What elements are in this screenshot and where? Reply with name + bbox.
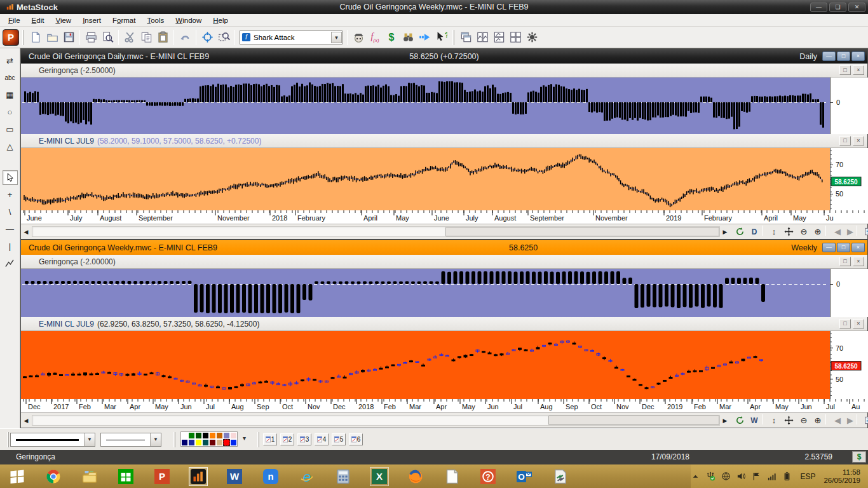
start-button[interactable] [8, 467, 27, 486]
menu-format[interactable]: Format [107, 15, 141, 25]
pointer-tool[interactable] [3, 170, 18, 185]
wifi-signal-icon[interactable] [767, 471, 776, 481]
color-swatch[interactable] [195, 432, 202, 439]
line-style-dropdown-button[interactable]: ▼ [84, 433, 95, 446]
daily-zoom-out-button[interactable]: ⊖ [797, 226, 811, 238]
battery-icon[interactable] [782, 471, 792, 481]
usb-device-icon[interactable] [706, 471, 715, 481]
menu-tools[interactable]: Tools [141, 15, 170, 25]
line-weight-dropdown-button[interactable]: ▼ [150, 433, 161, 446]
daily-window-titlebar[interactable]: Crude Oil Geringonça Daily.mwc - E-MINI … [21, 49, 867, 64]
daily-periodicity-button[interactable]: D [748, 226, 761, 238]
securities-button[interactable]: $ [383, 29, 400, 46]
color-swatch[interactable] [195, 439, 202, 446]
network-icon[interactable] [721, 471, 731, 481]
triangle-tool[interactable]: △ [3, 139, 18, 154]
daily-indicator-pane-header[interactable]: Geringonça (-2.50000) □ × [21, 64, 867, 78]
weekly-scroll-right-button[interactable]: ▶ [720, 414, 730, 426]
daily-indicator-close-button[interactable]: × [853, 65, 864, 75]
color-swatch[interactable] [223, 432, 230, 439]
menu-file[interactable]: File [3, 15, 26, 25]
text-tool[interactable]: abc [3, 71, 18, 85]
weekly-next-button[interactable]: ▶ [843, 414, 857, 426]
print-button[interactable] [83, 29, 99, 46]
menu-edit[interactable]: Edit [26, 15, 50, 25]
taskbar-app-ms-project[interactable] [551, 467, 570, 486]
taskbar-app-firefox[interactable] [406, 467, 425, 486]
taskbar-app-notepad[interactable] [442, 467, 461, 486]
taskbar-app-excel[interactable]: X [370, 467, 389, 486]
color-swatch[interactable] [209, 439, 216, 446]
zigzag-tool[interactable] [3, 256, 18, 271]
daily-price-maximize-button[interactable]: □ [839, 136, 851, 146]
daily-vertical-scale-button[interactable]: ↕ [767, 226, 781, 238]
clock[interactable]: 11:58 26/05/2019 [824, 468, 863, 485]
taskbar-app-powerpoint[interactable]: P [153, 467, 172, 486]
taskbar-app-internet-explorer[interactable]: e [297, 467, 316, 486]
color-swatch[interactable] [223, 439, 230, 446]
metastock-p-logo[interactable]: P [3, 29, 19, 46]
new-chart-button[interactable] [27, 29, 44, 46]
color-swatch[interactable] [230, 432, 237, 439]
indicator-builder-button[interactable]: f(x) [367, 29, 383, 46]
crosshair-pointer-button[interactable] [199, 29, 215, 46]
daily-price-pane-header[interactable]: E-MINI CL JUL9 (58.2000, 59.1000, 57.500… [21, 134, 867, 148]
taskbar-app-help-viewer[interactable]: ? [478, 467, 498, 486]
chart-style-template-button-5[interactable]: 5 [332, 433, 346, 445]
daily-zoom-in-button[interactable]: ⊕ [811, 226, 825, 238]
taskbar-app-windows-store[interactable] [116, 467, 135, 486]
app-close-button[interactable]: ✕ [848, 3, 865, 12]
weekly-previous-button[interactable]: ◀ [831, 414, 844, 426]
save-chart-button[interactable] [60, 29, 77, 46]
weekly-indicator-close-button[interactable]: × [853, 257, 864, 266]
weekly-pan-button[interactable] [782, 414, 796, 426]
weekly-zoom-in-button[interactable]: ⊕ [811, 414, 825, 426]
color-swatch[interactable] [209, 432, 216, 439]
daily-maximize-button[interactable]: □ [837, 51, 850, 61]
weekly-indicator-chart[interactable]: 0 [21, 269, 868, 317]
taskbar-app-calculator[interactable] [334, 467, 353, 486]
weekly-scrollbar-track[interactable] [32, 415, 720, 426]
paste-button[interactable] [154, 29, 171, 46]
chart-style-template-button-6[interactable]: 6 [349, 433, 363, 445]
tile-horizontal-button[interactable] [491, 29, 507, 46]
taskbar-app-metastock[interactable] [189, 467, 208, 486]
cut-button[interactable] [121, 29, 138, 46]
taskbar-app-outlook[interactable]: O [515, 467, 534, 486]
ellipse-tool[interactable]: ○ [3, 105, 18, 119]
action-center-flag-icon[interactable] [752, 471, 761, 481]
rectangle-tool[interactable]: ▭ [3, 122, 18, 137]
weekly-minimize-button[interactable]: — [822, 243, 836, 252]
taskbar-app-chrome[interactable] [44, 467, 63, 486]
weekly-vertical-scale-button[interactable]: ↕ [767, 414, 781, 426]
menu-view[interactable]: View [50, 15, 77, 25]
taskbar-app-word[interactable]: W [225, 467, 244, 486]
line-weight-selector[interactable]: ▼ [100, 433, 161, 447]
weekly-scroll-left-button[interactable]: ◀ [21, 414, 31, 426]
show-hidden-icons-chevron[interactable] [691, 471, 700, 481]
trendline-tool[interactable]: \ [3, 205, 18, 219]
weekly-price-close-button[interactable]: × [853, 319, 864, 329]
color-swatch[interactable] [202, 432, 209, 439]
weekly-maximize-button[interactable]: □ [837, 243, 850, 252]
daily-close-button[interactable]: × [851, 51, 865, 61]
color-palette[interactable] [180, 431, 238, 447]
open-chart-button[interactable] [44, 29, 60, 46]
explorer-button[interactable] [400, 29, 416, 46]
color-swatch[interactable] [188, 432, 195, 439]
tile-grid-button[interactable] [507, 29, 524, 46]
volume-icon[interactable] [736, 471, 746, 481]
daily-refresh-button[interactable] [733, 226, 747, 238]
taskbar-app-maxthon[interactable]: n [261, 467, 280, 486]
grid-tool[interactable]: ▦ [3, 88, 18, 102]
weekly-chart-menu-button[interactable] [862, 414, 868, 426]
expert-selector-dropdown-button[interactable]: ▼ [331, 32, 342, 43]
weekly-price-pane-header[interactable]: E-MINI CL JUL9 (62.9250, 63.8250, 57.325… [21, 317, 867, 331]
color-swatch[interactable] [202, 439, 209, 446]
scroll-arrows-tool[interactable]: ⇄ [3, 53, 18, 68]
vertical-line-tool[interactable]: | [3, 239, 18, 254]
expert-selector-combo[interactable]: fShark Attack▼ [240, 30, 342, 44]
chart-style-template-button-4[interactable]: 4 [315, 433, 329, 445]
weekly-price-maximize-button[interactable]: □ [839, 319, 851, 329]
zoom-box-button[interactable] [215, 29, 232, 46]
